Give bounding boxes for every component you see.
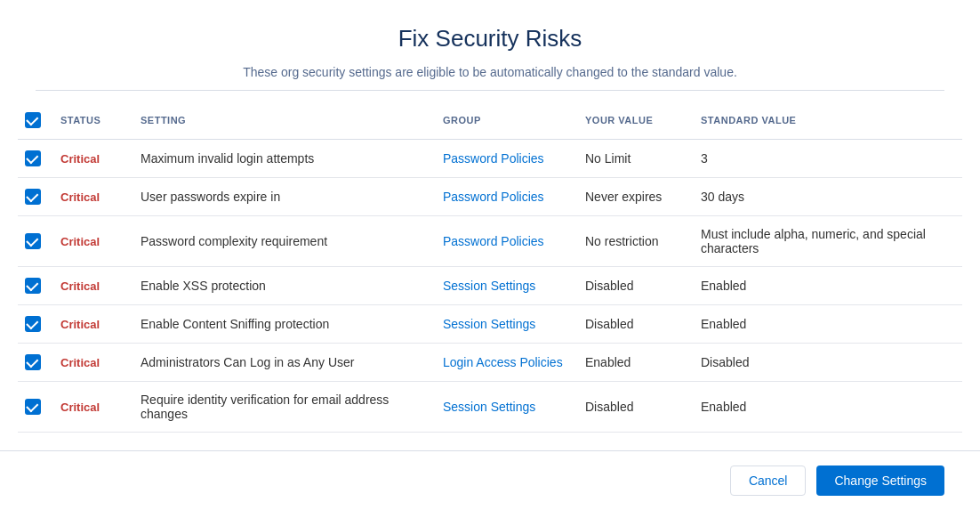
row-standard-value: 30 days xyxy=(694,178,962,216)
group-link[interactable]: Session Settings xyxy=(443,400,535,414)
row-status: Critical xyxy=(53,267,133,305)
row-your-value: Disabled xyxy=(578,305,694,344)
row-group: Password Policies xyxy=(436,140,578,178)
row-checkbox[interactable] xyxy=(25,189,41,205)
table-container: STATUS SETTING GROUP YOUR VALUE STANDARD… xyxy=(0,101,980,436)
row-setting: User passwords expire in xyxy=(133,178,436,216)
row-setting: Require identity verification for email … xyxy=(133,382,436,433)
header-status: STATUS xyxy=(53,101,133,140)
group-link[interactable]: Login Access Policies xyxy=(443,355,563,369)
page-title: Fix Security Risks xyxy=(36,25,944,53)
row-checkbox-cell xyxy=(18,178,53,216)
row-checkbox[interactable] xyxy=(25,150,41,166)
row-standard-value: Disabled xyxy=(694,344,962,382)
row-checkbox[interactable] xyxy=(25,354,41,370)
security-table: STATUS SETTING GROUP YOUR VALUE STANDARD… xyxy=(18,101,962,433)
row-setting: Maximum invalid login attempts xyxy=(133,140,436,178)
row-group: Password Policies xyxy=(436,178,578,216)
row-status: Critical xyxy=(53,140,133,178)
row-group: Session Settings xyxy=(436,305,578,344)
modal-container: Fix Security Risks These org security se… xyxy=(0,0,980,510)
page-subtitle: These org security settings are eligible… xyxy=(36,65,944,79)
header-standard-value: STANDARD VALUE xyxy=(694,101,962,140)
row-standard-value: 3 xyxy=(694,140,962,178)
group-link[interactable]: Password Policies xyxy=(443,190,544,204)
modal-footer: Cancel Change Settings xyxy=(0,450,980,510)
row-standard-value: Must include alpha, numeric, and special… xyxy=(694,216,962,267)
row-status: Critical xyxy=(53,178,133,216)
table-row: CriticalEnable Content Sniffing protecti… xyxy=(18,305,962,344)
row-checkbox-cell xyxy=(18,216,53,267)
header-group: GROUP xyxy=(436,101,578,140)
table-row: CriticalRequire identity verification fo… xyxy=(18,382,962,433)
row-your-value: No restriction xyxy=(578,216,694,267)
group-link[interactable]: Session Settings xyxy=(443,279,535,293)
row-setting: Enable Content Sniffing protection xyxy=(133,305,436,344)
row-setting: Password complexity requirement xyxy=(133,216,436,267)
group-link[interactable]: Session Settings xyxy=(443,317,535,331)
table-row: CriticalMaximum invalid login attemptsPa… xyxy=(18,140,962,178)
header-divider xyxy=(36,90,944,91)
row-checkbox-cell xyxy=(18,140,53,178)
row-checkbox-cell xyxy=(18,267,53,305)
row-standard-value: Enabled xyxy=(694,267,962,305)
row-status: Critical xyxy=(53,344,133,382)
group-link[interactable]: Password Policies xyxy=(443,151,544,166)
row-your-value: Disabled xyxy=(578,267,694,305)
row-checkbox[interactable] xyxy=(25,399,41,415)
row-group: Session Settings xyxy=(436,382,578,433)
header-your-value: YOUR VALUE xyxy=(578,101,694,140)
table-header-row: STATUS SETTING GROUP YOUR VALUE STANDARD… xyxy=(18,101,962,140)
table-row: CriticalUser passwords expire inPassword… xyxy=(18,178,962,216)
row-your-value: Enabled xyxy=(578,344,694,382)
table-row: CriticalEnable XSS protectionSession Set… xyxy=(18,267,962,305)
row-checkbox-cell xyxy=(18,305,53,344)
row-checkbox-cell xyxy=(18,382,53,433)
row-your-value: Disabled xyxy=(578,382,694,433)
row-status: Critical xyxy=(53,305,133,344)
table-body: CriticalMaximum invalid login attemptsPa… xyxy=(18,140,962,433)
modal-header: Fix Security Risks These org security se… xyxy=(0,0,980,101)
row-your-value: No Limit xyxy=(578,140,694,178)
row-group: Session Settings xyxy=(436,267,578,305)
row-status: Critical xyxy=(53,216,133,267)
table-row: CriticalPassword complexity requirementP… xyxy=(18,216,962,267)
row-setting: Administrators Can Log in as Any User xyxy=(133,344,436,382)
row-group: Password Policies xyxy=(436,216,578,267)
row-your-value: Never expires xyxy=(578,178,694,216)
group-link[interactable]: Password Policies xyxy=(443,234,544,248)
header-setting: SETTING xyxy=(133,101,436,140)
row-standard-value: Enabled xyxy=(694,382,962,433)
cancel-button[interactable]: Cancel xyxy=(730,465,807,496)
select-all-checkbox[interactable] xyxy=(25,112,41,128)
row-checkbox[interactable] xyxy=(25,278,41,294)
header-checkbox-cell xyxy=(18,101,53,140)
row-setting: Enable XSS protection xyxy=(133,267,436,305)
row-group: Login Access Policies xyxy=(436,344,578,382)
row-checkbox-cell xyxy=(18,344,53,382)
change-settings-button[interactable]: Change Settings xyxy=(816,465,944,496)
row-standard-value: Enabled xyxy=(694,305,962,344)
row-checkbox[interactable] xyxy=(25,233,41,249)
row-status: Critical xyxy=(53,382,133,433)
row-checkbox[interactable] xyxy=(25,316,41,332)
table-row: CriticalAdministrators Can Log in as Any… xyxy=(18,344,962,382)
